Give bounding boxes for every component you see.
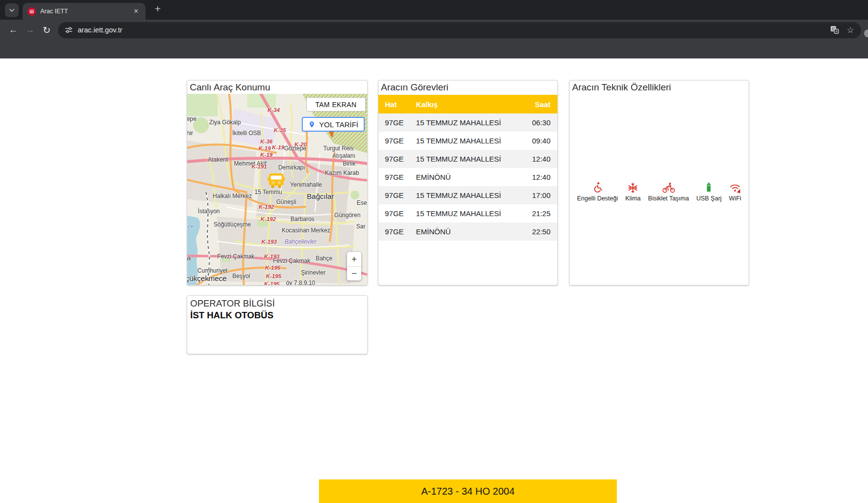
task-cell-saat: 12:40 bbox=[519, 168, 557, 186]
features-row: Engelli DesteğiKlimaBisiklet TaşımaUSB Ş… bbox=[570, 181, 749, 202]
tasks-card-title: Aracın Görevleri bbox=[378, 81, 557, 94]
url-text[interactable]: arac.iett.gov.tr bbox=[78, 26, 830, 34]
map-label: Fevzi Çakmak bbox=[217, 253, 255, 260]
map-label: K-195 bbox=[264, 281, 279, 285]
map-label: K-192 bbox=[260, 216, 276, 222]
browser-tab[interactable]: Arac IETT × bbox=[23, 3, 145, 20]
map-label: Ziya Gökalp bbox=[209, 119, 241, 126]
wheelchair-icon bbox=[592, 182, 604, 194]
map-label: ehir bbox=[187, 130, 193, 137]
map-label: Beşyol bbox=[232, 273, 250, 279]
new-tab-button[interactable]: + bbox=[151, 3, 164, 16]
map-label: Barbaros bbox=[290, 216, 315, 223]
task-cell-kalkis: EMİNÖNÜ bbox=[409, 168, 519, 186]
location-pin-icon bbox=[308, 121, 316, 128]
task-cell-hat: 97GE bbox=[378, 132, 409, 150]
feature-battery: USB Şarj bbox=[696, 181, 722, 202]
vehicle-tasks-card: Aracın Görevleri Hat Kalkış Saat 97GE15 … bbox=[378, 80, 558, 285]
browser-chrome: Arac IETT × + ← → ↻ arac.iett.gov.tr GA … bbox=[0, 0, 868, 58]
feature-label: WiFi bbox=[729, 195, 741, 202]
task-cell-saat: 12:40 bbox=[519, 150, 557, 168]
map-label: Bahçe bbox=[316, 255, 332, 262]
column-header-hat: Hat bbox=[378, 95, 409, 113]
tasks-table-header: Hat Kalkış Saat bbox=[378, 95, 557, 113]
task-cell-kalkis: EMİNÖNÜ bbox=[409, 223, 519, 241]
feature-wheelchair: Engelli Desteği bbox=[577, 182, 618, 202]
directions-button[interactable]: YOL TARİFİ bbox=[302, 117, 365, 132]
task-cell-kalkis: 15 TEMMUZ MAHALLESİ bbox=[409, 132, 519, 150]
forward-icon[interactable]: → bbox=[22, 22, 38, 38]
bus-marker-icon[interactable] bbox=[267, 173, 285, 189]
map-label: Güngören bbox=[334, 212, 360, 219]
feature-wifi: WiFi bbox=[729, 182, 741, 202]
map-label: K-192 bbox=[259, 204, 274, 210]
map-label: Halkalı Merkez bbox=[213, 193, 252, 199]
map-label: K-195 bbox=[266, 273, 281, 279]
map-label: Güneşli bbox=[276, 198, 296, 205]
address-bar[interactable]: arac.iett.gov.tr GA ☆ bbox=[58, 22, 861, 38]
task-cell-hat: 97GE bbox=[378, 150, 409, 168]
map-label: Söğütlüçeşme bbox=[213, 221, 251, 228]
feature-label: Engelli Desteği bbox=[577, 195, 618, 202]
operator-info-card: OPERATOR BİLGİSİ İST HALK OTOBÜS bbox=[187, 295, 368, 354]
tab-close-icon[interactable]: × bbox=[132, 7, 141, 16]
task-row: 97GE15 TEMMUZ MAHALLESİ06:30 bbox=[378, 113, 557, 132]
task-cell-saat: 06:30 bbox=[519, 113, 557, 132]
operator-name: İST HALK OTOBÜS bbox=[190, 309, 364, 321]
map-label: K-19 bbox=[272, 144, 284, 150]
task-cell-hat: 97GE bbox=[378, 223, 409, 241]
map[interactable]: ntepeehirZiya Gökalpİkitelli OSBGöztepeA… bbox=[187, 94, 367, 285]
map-label: Atışalanı bbox=[332, 152, 355, 159]
map-label: Atakent bbox=[208, 156, 228, 163]
bicycle-icon bbox=[662, 182, 675, 194]
live-location-card: Canlı Araç Konumu bbox=[187, 80, 368, 285]
browser-toolbar: ← → ↻ arac.iett.gov.tr GA ☆ bbox=[0, 20, 868, 40]
task-row: 97GE15 TEMMUZ MAHALLESİ17:00 bbox=[378, 186, 557, 204]
map-label: K-193 bbox=[261, 239, 277, 245]
back-icon[interactable]: ← bbox=[5, 22, 22, 38]
task-cell-hat: 97GE bbox=[378, 204, 409, 223]
map-label: İstasyon bbox=[198, 208, 220, 215]
feature-snowflake: Klima bbox=[625, 182, 640, 202]
battery-icon bbox=[703, 181, 714, 194]
map-label: K-36 bbox=[260, 139, 273, 144]
task-cell-saat: 17:00 bbox=[519, 186, 557, 204]
task-row: 97GE15 TEMMUZ MAHALLESİ12:40 bbox=[378, 150, 557, 168]
svg-text:A: A bbox=[835, 29, 838, 33]
vehicle-id-banner: A-1723 - 34 HO 2004 bbox=[319, 479, 617, 503]
map-label: K-195 bbox=[265, 265, 280, 271]
map-label: K-35 bbox=[274, 127, 286, 133]
translate-icon[interactable]: GA bbox=[830, 26, 839, 34]
tab-search-button[interactable] bbox=[5, 3, 19, 17]
site-settings-icon[interactable] bbox=[65, 26, 73, 34]
map-zoom-control: + − bbox=[347, 252, 361, 280]
task-cell-saat: 21:25 bbox=[519, 204, 557, 223]
map-label: K-193 bbox=[264, 253, 279, 259]
tab-strip: Arac IETT × + bbox=[0, 0, 868, 20]
task-cell-saat: 22:50 bbox=[519, 223, 557, 241]
map-label: ak bbox=[187, 255, 191, 262]
map-label: öy 7,8,9,10 bbox=[286, 279, 315, 285]
task-row: 97GEEMİNÖNÜ12:40 bbox=[378, 168, 557, 186]
fullscreen-button[interactable]: TAM EKRAN bbox=[306, 97, 366, 112]
directions-button-label: YOL TARİFİ bbox=[319, 120, 358, 129]
task-row: 97GEEMİNÖNÜ22:50 bbox=[378, 223, 557, 241]
zoom-out-button[interactable]: − bbox=[347, 266, 361, 280]
reload-icon[interactable]: ↻ bbox=[38, 22, 55, 38]
map-label: Bağcılar bbox=[307, 192, 334, 200]
map-label: ece bbox=[187, 223, 194, 230]
map-label: Sar bbox=[356, 223, 366, 230]
map-label: Bahçelievler bbox=[285, 238, 317, 245]
bookmark-star-icon[interactable]: ☆ bbox=[847, 25, 854, 35]
map-label: Küçükçekmece bbox=[187, 274, 227, 282]
map-label: 15 Temmu bbox=[255, 189, 282, 196]
column-header-kalkis: Kalkış bbox=[409, 95, 519, 113]
tab-title: Arac IETT bbox=[40, 8, 132, 15]
map-label: Yenimahalle bbox=[290, 181, 322, 188]
task-cell-hat: 97GE bbox=[378, 168, 409, 186]
map-label: K-19 bbox=[259, 145, 271, 151]
map-label: Kocasinan Merkez bbox=[282, 227, 330, 234]
zoom-in-button[interactable]: + bbox=[347, 252, 361, 266]
map-label: K-19 bbox=[260, 152, 273, 158]
map-label: Cumhuriyet bbox=[198, 267, 228, 274]
